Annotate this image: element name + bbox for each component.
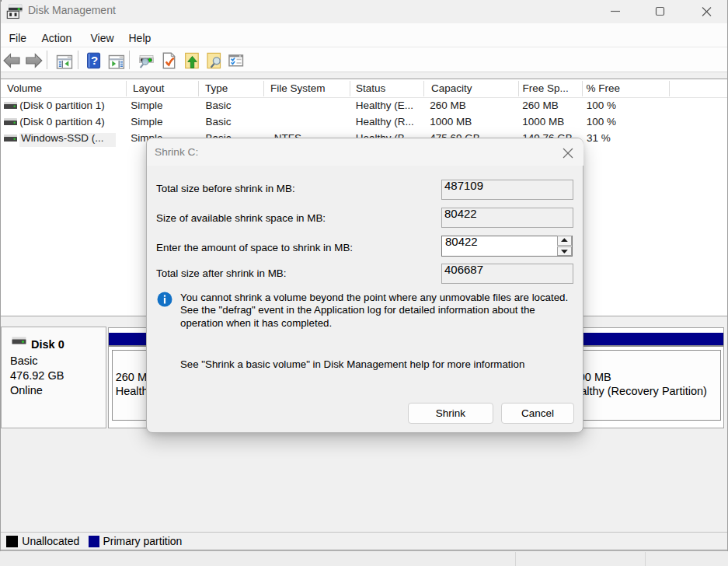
svg-text:?: ? xyxy=(91,54,98,67)
